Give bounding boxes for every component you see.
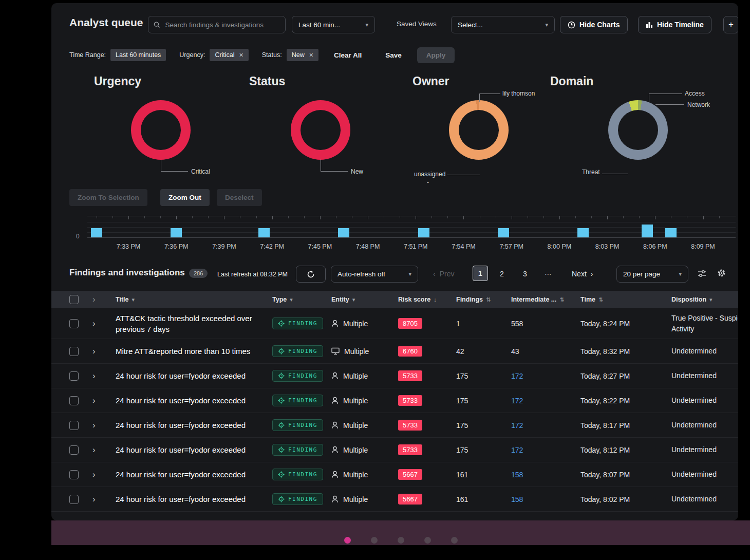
table-row: › ATT&CK tactic threshold exceeded over … bbox=[51, 308, 738, 339]
per-page-dropdown[interactable]: 20 per page ▾ bbox=[616, 266, 688, 283]
deselect-button[interactable]: Deselect bbox=[217, 189, 262, 206]
finding-title-link[interactable]: 24 hour risk for user=fyodor exceeded bbox=[116, 494, 272, 505]
timeline-bar[interactable] bbox=[418, 228, 429, 237]
carousel-dot[interactable] bbox=[424, 537, 431, 544]
row-expand-chevron[interactable]: › bbox=[92, 470, 96, 479]
finding-title-link[interactable]: ATT&CK tactic threshold exceeded over pr… bbox=[116, 313, 272, 334]
timeline-bar[interactable] bbox=[258, 228, 270, 237]
zoom-out-button[interactable]: Zoom Out bbox=[160, 189, 210, 206]
pagination-next[interactable]: Next › bbox=[572, 270, 593, 278]
intermediate-count[interactable]: 172 bbox=[511, 446, 580, 454]
carousel-dot[interactable] bbox=[371, 537, 378, 544]
column-header-time[interactable]: Time⇅ bbox=[580, 296, 671, 303]
column-header-disposition[interactable]: Disposition▾ bbox=[671, 296, 738, 303]
timeline-bar[interactable] bbox=[642, 225, 653, 237]
row-checkbox[interactable] bbox=[69, 470, 79, 479]
intermediate-count[interactable]: 172 bbox=[511, 372, 580, 380]
urgency-chip[interactable]: Critical × bbox=[210, 49, 248, 61]
intermediate-count[interactable]: 172 bbox=[511, 397, 580, 405]
row-checkbox[interactable] bbox=[69, 421, 79, 430]
save-filters-button[interactable]: Save bbox=[385, 51, 402, 59]
pagination-prev[interactable]: ‹ Prev bbox=[433, 270, 454, 278]
time-range-dropdown[interactable]: Last 60 min... ▾ bbox=[292, 16, 375, 33]
intermediate-count[interactable]: 558 bbox=[511, 320, 580, 328]
column-header-entity[interactable]: Entity▾ bbox=[331, 296, 398, 303]
status-donut-chart[interactable] bbox=[291, 100, 350, 160]
row-checkbox[interactable] bbox=[69, 319, 79, 328]
row-expand-chevron[interactable]: › bbox=[92, 396, 96, 405]
close-icon[interactable]: × bbox=[309, 52, 313, 58]
row-expand-chevron[interactable]: › bbox=[92, 371, 96, 381]
search-box[interactable] bbox=[148, 16, 286, 33]
column-header-title[interactable]: Title▾ bbox=[116, 296, 272, 303]
zoom-to-selection-button[interactable]: Zoom To Selection bbox=[69, 189, 147, 206]
add-view-button[interactable]: + bbox=[723, 16, 738, 33]
timeline-bar[interactable] bbox=[665, 228, 677, 237]
timeline-bar[interactable] bbox=[171, 228, 182, 237]
apply-button[interactable]: Apply bbox=[417, 47, 455, 63]
filter-bar: Time Range: Last 60 minutes Urgency: Cri… bbox=[69, 47, 455, 63]
intermediate-count[interactable]: 158 bbox=[511, 495, 580, 503]
intermediate-count[interactable]: 43 bbox=[511, 347, 580, 356]
timeline-bar[interactable] bbox=[577, 228, 589, 237]
close-icon[interactable]: × bbox=[239, 52, 243, 58]
finding-title-link[interactable]: 24 hour risk for user=fyodor exceeded bbox=[116, 395, 272, 406]
auto-refresh-dropdown[interactable]: Auto-refresh off ▾ bbox=[331, 266, 418, 283]
type-badge: FINDING bbox=[272, 345, 323, 357]
timeline-bar[interactable] bbox=[338, 228, 349, 237]
row-checkbox[interactable] bbox=[69, 445, 79, 455]
saved-views-dropdown[interactable]: Select... ▾ bbox=[451, 16, 555, 33]
events-timeline[interactable]: 7:33 PM7:36 PM7:39 PM7:42 PM7:45 PM7:48 … bbox=[87, 216, 736, 240]
row-checkbox[interactable] bbox=[69, 371, 79, 381]
column-header-findings[interactable]: Findings⇅ bbox=[456, 296, 511, 303]
hide-charts-button[interactable]: Hide Charts bbox=[560, 16, 628, 33]
timeline-axis-label: 7:54 PM bbox=[452, 243, 476, 250]
owner-donut-chart[interactable] bbox=[449, 100, 509, 160]
row-expand-chevron[interactable]: › bbox=[92, 445, 96, 455]
row-expand-chevron[interactable]: › bbox=[92, 494, 96, 504]
column-header-type[interactable]: Type▾ bbox=[272, 296, 331, 303]
finding-title-link[interactable]: Mitre ATT&reported more than 10 times bbox=[116, 346, 272, 357]
time-range-chip[interactable]: Last 60 minutes bbox=[110, 49, 166, 61]
column-filter-button[interactable] bbox=[698, 270, 706, 279]
timeline-bar[interactable] bbox=[91, 228, 102, 237]
intermediate-count[interactable]: 158 bbox=[511, 471, 580, 479]
carousel-dot[interactable] bbox=[344, 537, 351, 544]
row-expand-chevron[interactable]: › bbox=[92, 420, 96, 430]
row-checkbox[interactable] bbox=[69, 495, 79, 504]
table-header-row: › Title▾ Type▾ Entity▾ Risk score↓ Findi… bbox=[51, 291, 738, 308]
clear-all-button[interactable]: Clear All bbox=[334, 51, 362, 59]
findings-count: 175 bbox=[456, 421, 511, 430]
timeline-tick bbox=[336, 216, 336, 218]
saved-views-label: Saved Views bbox=[397, 20, 437, 28]
carousel-dot[interactable] bbox=[451, 537, 458, 544]
row-checkbox[interactable] bbox=[69, 347, 79, 356]
pagination-page-2[interactable]: 2 bbox=[500, 270, 504, 278]
row-checkbox[interactable] bbox=[69, 396, 79, 405]
expand-all-chevron[interactable]: › bbox=[92, 294, 96, 304]
sort-arrow-icon: ↓ bbox=[434, 296, 437, 303]
row-expand-chevron[interactable]: › bbox=[92, 319, 96, 328]
finding-title-link[interactable]: 24 hour risk for user=fyodor exceeded bbox=[116, 420, 272, 431]
pagination-page-3[interactable]: 3 bbox=[523, 270, 527, 278]
pagination-page-1[interactable]: 1 bbox=[473, 266, 488, 281]
carousel-dot[interactable] bbox=[398, 537, 404, 544]
refresh-button[interactable] bbox=[296, 266, 326, 283]
row-expand-chevron[interactable]: › bbox=[92, 346, 96, 356]
column-header-risk-score[interactable]: Risk score↓ bbox=[398, 296, 456, 303]
finding-title-link[interactable]: 24 hour risk for user=fyodor exceeded bbox=[116, 444, 272, 455]
domain-chart-title: Domain bbox=[550, 74, 593, 88]
select-all-checkbox[interactable] bbox=[69, 295, 79, 304]
finding-title-link[interactable]: 24 hour risk for user=fyodor exceeded bbox=[116, 370, 272, 381]
finding-title-link[interactable]: 24 hour risk for user=fyodor exceeded bbox=[116, 469, 272, 480]
table-settings-button[interactable] bbox=[717, 269, 726, 279]
status-chip[interactable]: New × bbox=[287, 49, 318, 61]
type-badge: FINDING bbox=[272, 395, 323, 406]
search-input[interactable] bbox=[164, 21, 280, 29]
intermediate-count[interactable]: 172 bbox=[511, 421, 580, 430]
timeline-bar[interactable] bbox=[498, 228, 509, 237]
column-header-intermediate[interactable]: Intermediate ...⇅ bbox=[511, 296, 580, 303]
hide-timeline-button[interactable]: Hide Timeline bbox=[638, 16, 711, 33]
urgency-donut-chart[interactable] bbox=[131, 100, 191, 160]
domain-donut-chart[interactable] bbox=[608, 100, 668, 160]
